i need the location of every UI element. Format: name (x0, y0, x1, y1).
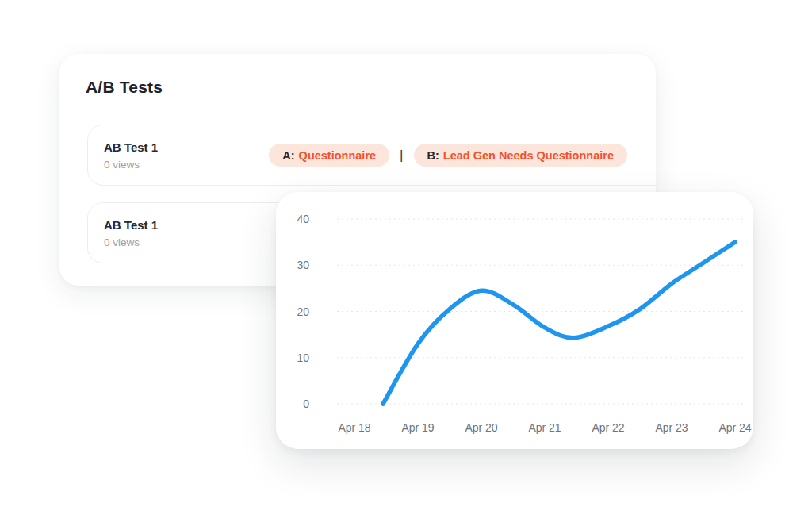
chart-series-line (383, 242, 735, 404)
x-axis-label: Apr 22 (592, 421, 624, 434)
page-title: A/B Tests (86, 78, 163, 97)
line-chart: 010203040Apr 18Apr 19Apr 20Apr 21Apr 22A… (276, 192, 753, 449)
x-axis-label: Apr 20 (465, 421, 497, 434)
badge-separator: | (400, 148, 403, 163)
variant-a-badge[interactable]: A: Questionnaire (269, 144, 389, 167)
variant-b-label: Lead Gen Needs Questionnaire (443, 149, 614, 162)
variant-a-label: Questionnaire (299, 149, 377, 162)
y-axis-label: 40 (297, 213, 309, 225)
y-axis-label: 20 (297, 305, 309, 318)
y-axis-label: 10 (297, 351, 309, 364)
test-item-views: 0 views (104, 236, 158, 248)
test-item-views: 0 views (104, 159, 158, 171)
variant-b-prefix: B: (427, 149, 439, 162)
variant-badge-group: A: Questionnaire | B: Lead Gen Needs Que… (269, 144, 627, 167)
test-item-name: AB Test 1 (104, 218, 158, 232)
x-axis-label: Apr 21 (528, 421, 561, 434)
test-item-info: AB Test 1 0 views (104, 218, 158, 248)
variant-b-badge[interactable]: B: Lead Gen Needs Questionnaire (414, 144, 627, 167)
test-item-info: AB Test 1 0 views (104, 140, 158, 171)
y-axis-label: 0 (303, 398, 309, 410)
variant-a-prefix: A: (282, 149, 294, 162)
x-axis-label: Apr 18 (338, 421, 370, 434)
x-axis-label: Apr 23 (655, 421, 688, 434)
y-axis-label: 30 (297, 259, 309, 271)
test-item-row[interactable]: AB Test 1 0 views A: Questionnaire | B: … (87, 125, 656, 186)
x-axis-label: Apr 24 (718, 421, 751, 434)
test-item-name: AB Test 1 (104, 140, 158, 154)
x-axis-label: Apr 19 (401, 421, 434, 434)
views-chart-card: 010203040Apr 18Apr 19Apr 20Apr 21Apr 22A… (276, 192, 753, 449)
